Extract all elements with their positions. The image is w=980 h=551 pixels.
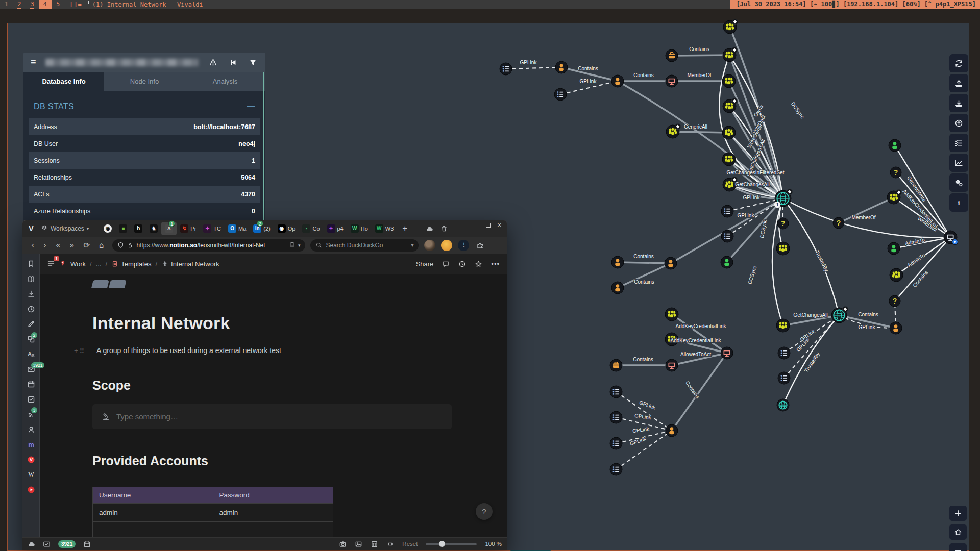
trash-icon[interactable] [440, 225, 448, 233]
view-tab[interactable] [91, 280, 109, 288]
zoom-reset-label[interactable]: Reset [402, 541, 418, 547]
graph-node-u[interactable] [721, 256, 733, 268]
graph-node-g[interactable] [722, 153, 736, 166]
graph-node-u[interactable] [611, 75, 624, 87]
table-row[interactable]: adminadmin [93, 504, 333, 522]
table-cell[interactable]: admin [213, 504, 333, 522]
search-field[interactable]: Search DuckDuckGo ▾ [310, 239, 419, 252]
graph-node-g[interactable] [723, 177, 738, 191]
filter-icon[interactable] [249, 58, 257, 67]
graph-node-u[interactable] [889, 139, 901, 152]
graph-node-d[interactable] [777, 399, 789, 411]
browser-tab-github[interactable]: ◉ [100, 222, 115, 235]
zoom-slider[interactable] [426, 543, 477, 545]
browser-tab-hashnode[interactable]: h [131, 222, 146, 235]
tray-up-button[interactable] [949, 74, 968, 92]
graph-node-c[interactable] [721, 347, 733, 359]
collapse-icon[interactable]: — [247, 102, 255, 111]
calendar-icon[interactable] [83, 540, 91, 548]
bookmark-flag-icon[interactable] [289, 241, 296, 250]
zoom-home-button[interactable] [949, 524, 967, 540]
tmux-window-1[interactable]: 1 [0, 0, 13, 9]
panel-windows-icon[interactable]: 2 [27, 335, 35, 343]
fast-forward-button[interactable]: » [66, 241, 78, 250]
graph-node-u[interactable] [888, 242, 900, 255]
rewind-button[interactable]: « [52, 241, 64, 250]
panel-wikipedia-icon[interactable]: W [27, 470, 35, 479]
graph-node-u[interactable] [890, 322, 902, 334]
panel-bookmark-icon[interactable] [27, 260, 35, 268]
info-button[interactable]: i [949, 193, 968, 212]
graph-node-c[interactable] [666, 359, 678, 371]
sync-cloud-icon[interactable] [426, 225, 433, 233]
browser-tab-co[interactable]: ▪Co [299, 222, 323, 235]
graph-node-o[interactable] [721, 230, 733, 242]
url-dropdown-icon[interactable]: ▾ [298, 243, 301, 248]
table-cell[interactable]: admin [93, 504, 213, 522]
mail-check-icon[interactable] [43, 540, 51, 548]
sync-cloud-icon[interactable] [28, 540, 35, 548]
tmux-window-3[interactable]: 3 [26, 0, 38, 9]
graph-node-d[interactable]: 1 [774, 189, 793, 208]
panel-history-icon[interactable] [27, 305, 35, 313]
graph-node-g[interactable] [723, 98, 738, 113]
browser-tab-w3[interactable]: WW3 [372, 222, 398, 235]
graph-node-o[interactable] [610, 411, 622, 423]
graph-node-o[interactable] [610, 386, 622, 398]
tmux-window-5[interactable]: 5 [52, 0, 64, 9]
graph-node-q[interactable]: ? [777, 218, 789, 229]
table-cell[interactable] [93, 522, 213, 538]
browser-tab-knight[interactable]: ♞ [146, 222, 161, 235]
panel-scrollbar[interactable] [263, 72, 264, 243]
graph-node-g[interactable] [666, 123, 681, 138]
chart-button[interactable] [949, 154, 968, 172]
graph-node-o[interactable] [500, 63, 512, 75]
graph-node-c[interactable] [666, 75, 678, 87]
table-cell[interactable] [213, 522, 333, 538]
graph-node-u[interactable] [555, 61, 568, 73]
skip-back-icon[interactable] [229, 58, 237, 67]
help-button[interactable]: ? [476, 503, 493, 520]
capture-icon[interactable] [339, 540, 347, 548]
panel-vivaldi-icon[interactable]: V [27, 456, 35, 464]
add-block-icon[interactable]: + [74, 347, 78, 355]
breadcrumb-item[interactable]: Templates [111, 260, 151, 268]
new-tab-button[interactable]: + [397, 223, 412, 234]
panel-download-icon[interactable] [27, 290, 35, 298]
panel-mastodon-icon[interactable]: m [27, 440, 35, 448]
graph-node-u[interactable] [611, 256, 624, 268]
url-field[interactable]: https://www.notion.so/leosmith-wtf/Inter… [112, 239, 305, 252]
gears-button[interactable] [949, 173, 968, 192]
graph-node-g[interactable] [722, 126, 736, 139]
maximize-button[interactable] [486, 223, 491, 228]
graph-node-g[interactable] [776, 319, 790, 332]
graph-node-o[interactable] [610, 437, 622, 449]
route-icon[interactable] [209, 58, 217, 67]
scope-input[interactable]: Type something… [92, 404, 452, 429]
graph-node-g[interactable] [887, 189, 902, 204]
panel-tasks-icon[interactable] [27, 395, 35, 404]
search-input[interactable] [45, 59, 199, 66]
breadcrumb-item[interactable]: Internal Network [161, 260, 219, 268]
breadcrumb-item[interactable]: Work [70, 260, 86, 268]
panel-calendar-icon[interactable] [27, 380, 35, 388]
graph-node-q[interactable]: ? [889, 295, 900, 307]
more-options-icon[interactable]: ••• [491, 260, 500, 268]
graph-node-g[interactable] [722, 74, 736, 88]
table-row[interactable] [93, 522, 333, 538]
forward-button[interactable]: › [40, 241, 50, 250]
graph-node-g[interactable] [776, 242, 790, 255]
browser-tab-lightning[interactable]: ↯Pr [177, 222, 200, 235]
graph-node-ct[interactable] [944, 231, 958, 245]
ghostery-icon[interactable]: ⏚ [458, 240, 469, 251]
panel-notes-icon[interactable] [27, 320, 35, 328]
search-bar[interactable]: ≡ [23, 53, 265, 72]
graph-node-k[interactable] [610, 359, 622, 371]
share-button[interactable]: Share [416, 260, 434, 268]
zoom-slider-knob[interactable] [439, 541, 445, 547]
graph-node-d[interactable] [831, 306, 848, 323]
history-clock-icon[interactable] [458, 260, 466, 268]
menu-icon[interactable]: ≡ [23, 57, 43, 68]
profile-avatar[interactable] [424, 240, 435, 251]
zoom-minus-button[interactable] [949, 543, 967, 551]
